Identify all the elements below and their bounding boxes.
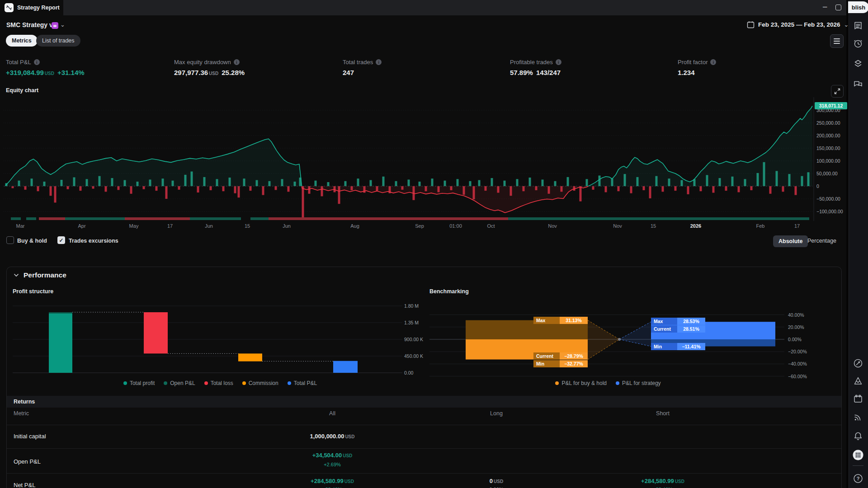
stat-value: 57.89%143/247 bbox=[510, 69, 561, 76]
window-titlebar: Strategy Report – bbox=[0, 0, 846, 15]
info-icon[interactable]: i bbox=[376, 59, 382, 65]
benchmark-axis-label: −60.00% bbox=[788, 374, 807, 379]
info-icon[interactable]: i bbox=[234, 59, 240, 65]
buyhold-min-badge: Min−32.77% bbox=[533, 360, 588, 367]
screener-icon[interactable] bbox=[852, 357, 864, 370]
time-axis-label: Apr bbox=[67, 223, 96, 229]
legend-dot bbox=[242, 381, 246, 385]
tab-title: Strategy Report bbox=[17, 5, 60, 11]
chat-icon[interactable] bbox=[852, 78, 864, 90]
time-axis-label: Jun bbox=[272, 223, 301, 229]
legend-dot bbox=[164, 381, 167, 385]
time-axis-label: 15 bbox=[233, 223, 262, 229]
waterfall-axis-label: 1.80 M bbox=[404, 303, 419, 309]
absolute-mode-button[interactable]: Absolute bbox=[773, 235, 808, 247]
stat-label-text: Total P&L bbox=[6, 59, 31, 66]
legend-item: Open P&L bbox=[164, 380, 195, 386]
report-layout-button[interactable] bbox=[830, 34, 844, 48]
performance-section-header[interactable]: Performance bbox=[14, 271, 66, 279]
strategy-report-window: Strategy Report – blish SMC Strategy v3 … bbox=[0, 0, 868, 488]
profit-structure-chart bbox=[6, 298, 434, 387]
benchmarking-chart bbox=[429, 298, 791, 387]
legend-item: Total P&L bbox=[288, 380, 317, 386]
pine-icon[interactable] bbox=[852, 375, 864, 387]
calendar-icon[interactable] bbox=[852, 393, 864, 405]
waterfall-axis-label: 900.00 K bbox=[404, 337, 423, 342]
fullscreen-icon[interactable] bbox=[831, 85, 844, 98]
legend-item: Commission bbox=[242, 380, 278, 386]
returns-section-header[interactable]: Returns bbox=[7, 396, 841, 408]
equity-last-value-badge: 318,071.12 bbox=[815, 102, 847, 109]
row-separator bbox=[7, 425, 841, 425]
date-range-picker[interactable]: Feb 23, 2025 — Feb 23, 2026 ⌄ bbox=[747, 21, 849, 28]
waterfall-bar bbox=[144, 312, 168, 353]
time-axis-label: 17 bbox=[783, 223, 811, 229]
info-icon[interactable]: i bbox=[34, 59, 40, 65]
percentage-mode-button[interactable]: Percentage bbox=[807, 238, 836, 244]
cell-value: 0USD bbox=[424, 478, 569, 484]
alarm-icon[interactable] bbox=[852, 37, 864, 50]
legend-dot bbox=[288, 381, 291, 385]
apps-icon[interactable] bbox=[852, 449, 864, 461]
watchlist-icon[interactable] bbox=[852, 20, 864, 33]
time-axis-label: 15 bbox=[639, 223, 668, 229]
legend-item: Total profit bbox=[123, 380, 155, 386]
stat-label: Total P&Li bbox=[6, 59, 40, 66]
returns-title: Returns bbox=[14, 399, 35, 405]
info-icon[interactable]: i bbox=[710, 59, 716, 65]
object-tree-icon[interactable] bbox=[852, 57, 864, 70]
profit-structure-title: Profit structure bbox=[13, 288, 53, 295]
stat-label: Profitable tradesi bbox=[510, 59, 561, 66]
stat-label-text: Profitable trades bbox=[510, 59, 553, 66]
stat-label-text: Profit factor bbox=[678, 59, 708, 66]
trades-excursions-checkbox[interactable]: ✓ bbox=[57, 236, 65, 244]
legend-item: P&L for strategy bbox=[616, 380, 661, 386]
stat-label: Profit factori bbox=[678, 59, 716, 66]
waterfall-axis-label: 450.00 K bbox=[404, 353, 423, 359]
column-header-long: Long bbox=[424, 410, 569, 417]
minimize-button[interactable]: – bbox=[823, 3, 827, 10]
benchmark-axis-label: −40.00% bbox=[788, 361, 807, 366]
notifications-icon[interactable] bbox=[852, 430, 864, 442]
time-axis-label: Nov bbox=[538, 223, 567, 229]
date-range-chevron-icon: ⌄ bbox=[844, 21, 849, 28]
tab-strategy-report[interactable]: Strategy Report bbox=[0, 0, 63, 15]
buy-and-hold-checkbox[interactable] bbox=[6, 236, 14, 244]
benchmarking-legend: P&L for buy & holdP&L for strategy bbox=[429, 380, 787, 386]
row-metric-label: Net P&L bbox=[14, 482, 35, 488]
stat-label-text: Total trades bbox=[343, 59, 373, 66]
equity-chart[interactable] bbox=[0, 83, 818, 230]
time-axis-label: Nov bbox=[603, 223, 632, 229]
stat-value: +319,084.99USD+31.14% bbox=[6, 69, 85, 76]
cell-value: +284,580.99USD bbox=[590, 478, 735, 484]
column-header-metric: Metric bbox=[14, 410, 29, 417]
price-axis-label: 250,000.00 bbox=[816, 120, 840, 126]
row-separator bbox=[7, 448, 841, 449]
benchmark-axis-label: 0.00% bbox=[788, 337, 802, 342]
publish-button[interactable]: blish bbox=[848, 1, 868, 13]
performance-title: Performance bbox=[24, 271, 66, 279]
info-icon[interactable]: i bbox=[556, 59, 561, 65]
maximize-button[interactable] bbox=[835, 5, 841, 10]
waterfall-bar bbox=[238, 353, 262, 361]
collapse-chevron-icon bbox=[14, 273, 19, 277]
tab-metrics[interactable]: Metrics bbox=[6, 35, 38, 47]
strategy-current-badge: Current28.51% bbox=[651, 325, 705, 333]
price-axis-label: 0 bbox=[816, 183, 819, 189]
tab-list-of-trades[interactable]: List of trades bbox=[36, 35, 80, 47]
price-axis-label: 150,000.00 bbox=[816, 145, 840, 151]
price-axis-label: 200,000.00 bbox=[816, 133, 840, 138]
waterfall-bar bbox=[49, 312, 72, 373]
strategy-name[interactable]: SMC Strategy v3 bbox=[6, 21, 56, 28]
help-icon[interactable]: ? bbox=[852, 472, 864, 485]
trades-excursions-label: Trades excursions bbox=[69, 238, 118, 244]
row-metric-label: Open P&L bbox=[14, 458, 41, 465]
strategy-dropdown-chevron-icon[interactable]: ⌄ bbox=[60, 21, 65, 28]
waterfall-axis-label: 1.35 M bbox=[404, 320, 419, 325]
calendar-icon bbox=[747, 21, 755, 28]
profit-structure-legend: Total profitOpen P&LTotal lossCommission… bbox=[6, 380, 434, 386]
date-range-label: Feb 23, 2025 — Feb 23, 2026 bbox=[758, 21, 840, 28]
stat-value: 1.234 bbox=[678, 69, 695, 76]
equity-time-axis[interactable]: MarAprMay17Jun15JunAugSep01:00OctNovNov1… bbox=[0, 223, 818, 230]
feed-icon[interactable] bbox=[852, 411, 864, 423]
